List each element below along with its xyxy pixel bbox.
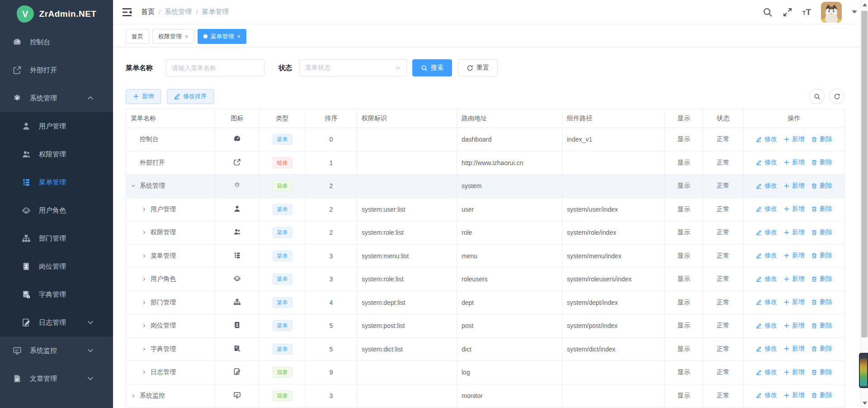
row-action-edit[interactable]: 修改 bbox=[756, 228, 777, 237]
row-action-delete[interactable]: 删除 bbox=[811, 158, 832, 166]
tab-close-icon[interactable]: × bbox=[185, 33, 189, 40]
text-size-icon[interactable]: TT bbox=[802, 8, 811, 16]
trash-icon bbox=[811, 299, 817, 305]
expand-row-icon[interactable] bbox=[142, 276, 147, 282]
table-row: 部门管理菜单4system:dept:listdeptsystem/dept/i… bbox=[126, 291, 845, 314]
row-action-edit[interactable]: 修改 bbox=[756, 135, 777, 143]
row-action-delete[interactable]: 删除 bbox=[811, 205, 832, 213]
row-action-add[interactable]: 新增 bbox=[783, 182, 805, 190]
reset-button[interactable]: 重置 bbox=[458, 59, 498, 76]
breadcrumb-item[interactable]: 系统管理 bbox=[165, 8, 192, 16]
expand-row-icon[interactable] bbox=[142, 230, 147, 235]
row-action-edit[interactable]: 修改 bbox=[756, 322, 777, 330]
sidebar-item-user[interactable]: 用户管理 bbox=[0, 112, 113, 140]
row-action-edit[interactable]: 修改 bbox=[756, 158, 777, 166]
row-action-delete[interactable]: 删除 bbox=[811, 345, 832, 353]
row-action-edit[interactable]: 修改 bbox=[756, 275, 777, 283]
order-cell: 2 bbox=[306, 221, 357, 245]
row-action-edit[interactable]: 修改 bbox=[756, 368, 777, 376]
pencil-icon bbox=[756, 369, 762, 375]
perms-cell bbox=[357, 361, 457, 384]
expand-row-icon[interactable] bbox=[142, 253, 147, 259]
sidebar-item-external[interactable]: 外部打开 bbox=[0, 56, 113, 84]
pencil-icon bbox=[756, 229, 762, 236]
fullscreen-icon[interactable] bbox=[783, 7, 793, 17]
row-action-add[interactable]: 新增 bbox=[783, 158, 805, 166]
tab-role[interactable]: 权限管理× bbox=[152, 29, 194, 44]
scrollbar-up-arrow-icon[interactable] bbox=[863, 3, 867, 6]
sidebar-item-system[interactable]: 系统管理 bbox=[0, 84, 113, 112]
sidebar-item-log[interactable]: 日志管理 bbox=[0, 308, 113, 337]
search-icon[interactable] bbox=[763, 7, 773, 17]
collapse-row-icon[interactable] bbox=[131, 183, 136, 189]
avatar[interactable] bbox=[821, 2, 842, 23]
status-select[interactable]: 菜单状态 bbox=[299, 59, 407, 76]
row-action-delete[interactable]: 删除 bbox=[811, 391, 832, 399]
tab-close-icon[interactable]: × bbox=[237, 33, 241, 40]
modify-sort-button[interactable]: 修改排序 bbox=[167, 89, 214, 104]
row-action-edit[interactable]: 修改 bbox=[756, 345, 777, 353]
component-cell: system/menu/index bbox=[562, 244, 665, 268]
row-action-add[interactable]: 新增 bbox=[783, 135, 805, 143]
avatar-caret-icon[interactable] bbox=[852, 10, 857, 14]
row-action-edit[interactable]: 修改 bbox=[756, 182, 777, 190]
sidebar-item-role[interactable]: 权限管理 bbox=[0, 140, 113, 168]
row-action-add[interactable]: 新增 bbox=[783, 345, 805, 353]
status-cell: 正常 bbox=[703, 151, 744, 175]
menu-name-input[interactable] bbox=[166, 59, 264, 76]
sidebar-item-dashboard[interactable]: 控制台 bbox=[0, 28, 113, 56]
status-cell: 正常 bbox=[703, 268, 744, 291]
add-button[interactable]: 新增 bbox=[126, 89, 161, 104]
row-action-add[interactable]: 新增 bbox=[783, 228, 805, 237]
expand-row-icon[interactable] bbox=[131, 393, 136, 399]
search-button[interactable]: 搜索 bbox=[412, 59, 452, 76]
table-refresh-button[interactable] bbox=[829, 89, 844, 104]
table-search-button[interactable] bbox=[809, 89, 825, 104]
sidebar-item-dict[interactable]: 字典管理 bbox=[0, 280, 113, 308]
sidebar-item-menu[interactable]: 菜单管理 bbox=[0, 168, 113, 196]
vertical-scrollbar[interactable] bbox=[860, 0, 868, 408]
row-action-delete[interactable]: 删除 bbox=[811, 298, 832, 306]
row-action-add[interactable]: 新增 bbox=[783, 275, 805, 283]
sidebar-item-dept[interactable]: 部门管理 bbox=[0, 224, 113, 252]
tab-label: 权限管理 bbox=[158, 33, 182, 41]
row-action-delete[interactable]: 删除 bbox=[811, 135, 832, 143]
menu-name: 用户管理 bbox=[151, 205, 176, 213]
expand-row-icon[interactable] bbox=[142, 346, 147, 352]
path-cell: role bbox=[457, 221, 562, 245]
breadcrumb-item[interactable]: 首页 bbox=[141, 8, 155, 16]
row-action-add[interactable]: 新增 bbox=[783, 298, 805, 306]
expand-row-icon[interactable] bbox=[142, 323, 147, 328]
row-action-delete[interactable]: 删除 bbox=[811, 182, 832, 190]
breadcrumb-item[interactable]: 菜单管理 bbox=[202, 8, 229, 16]
actions-cell: 修改新增删除 bbox=[744, 128, 845, 152]
tab-home[interactable]: 首页 bbox=[126, 29, 149, 44]
row-action-add[interactable]: 新增 bbox=[783, 205, 805, 213]
row-action-delete[interactable]: 删除 bbox=[811, 322, 832, 330]
path-cell: menu bbox=[457, 244, 562, 268]
row-action-add[interactable]: 新增 bbox=[783, 368, 805, 376]
type-tag: 菜单 bbox=[273, 134, 292, 145]
sidebar-item-post[interactable]: 岗位管理 bbox=[0, 252, 113, 280]
row-action-delete[interactable]: 删除 bbox=[811, 228, 832, 237]
row-action-delete[interactable]: 删除 bbox=[811, 251, 832, 260]
tab-menu[interactable]: 菜单管理× bbox=[198, 29, 247, 44]
expand-row-icon[interactable] bbox=[142, 207, 147, 212]
expand-row-icon[interactable] bbox=[142, 370, 147, 375]
sidebar-collapse-icon[interactable] bbox=[122, 8, 132, 17]
row-action-delete[interactable]: 删除 bbox=[811, 368, 832, 376]
sidebar-item-roleusers[interactable]: 用户角色 bbox=[0, 196, 113, 224]
sidebar-item-article[interactable]: 文章管理 bbox=[0, 365, 113, 393]
row-action-edit[interactable]: 修改 bbox=[756, 205, 777, 213]
scrollbar-thumb[interactable] bbox=[861, 11, 868, 337]
scrollbar-down-arrow-icon[interactable] bbox=[863, 402, 867, 405]
row-action-delete[interactable]: 删除 bbox=[811, 275, 832, 283]
row-action-add[interactable]: 新增 bbox=[783, 322, 805, 330]
expand-row-icon[interactable] bbox=[142, 300, 147, 305]
row-action-edit[interactable]: 修改 bbox=[756, 298, 777, 306]
row-action-add[interactable]: 新增 bbox=[783, 251, 805, 260]
row-action-add[interactable]: 新增 bbox=[783, 391, 805, 399]
row-action-edit[interactable]: 修改 bbox=[756, 391, 777, 399]
row-action-edit[interactable]: 修改 bbox=[756, 251, 777, 260]
sidebar-item-monitor[interactable]: 系统监控 bbox=[0, 337, 113, 365]
